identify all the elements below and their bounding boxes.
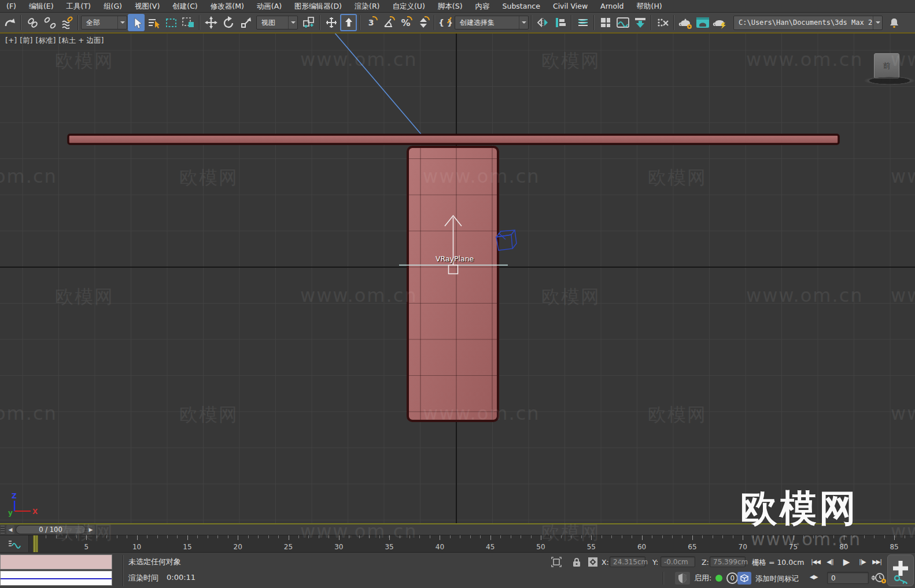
key-mode-toggle[interactable]: ◀▶: [810, 574, 817, 580]
menu-item-2[interactable]: 工具(T): [60, 0, 97, 13]
menu-item-7[interactable]: 动画(A): [250, 0, 288, 13]
menu-item-11[interactable]: 脚本(S): [431, 0, 469, 13]
selection-filter-dropdown[interactable]: 全部: [81, 16, 127, 29]
link-icon[interactable]: [24, 14, 40, 31]
current-frame-marker[interactable]: [33, 535, 38, 553]
redo-icon[interactable]: [1, 14, 18, 31]
absolute-mode-transform-toggle[interactable]: [586, 556, 600, 568]
time-configuration-button[interactable]: [875, 572, 887, 584]
menu-item-3[interactable]: 组(G): [97, 0, 128, 13]
listener-cursor-line: [1, 578, 112, 579]
toolbar-separator: [319, 15, 320, 30]
use-pivot-point-center-button[interactable]: [300, 14, 317, 31]
trackbar-tick: [298, 535, 299, 538]
menu-item-12[interactable]: 内容: [469, 0, 496, 13]
vertical-plane-object[interactable]: [408, 147, 498, 421]
viewport-menu-button[interactable]: [+]: [5, 36, 17, 46]
menu-item-0[interactable]: (F): [0, 0, 23, 13]
notification-bell-icon[interactable]: [886, 14, 902, 31]
previous-frame-arrow[interactable]: ◀: [6, 525, 14, 534]
menu-item-8[interactable]: 图形编辑器(D): [288, 0, 348, 13]
active-viewport-border: [0, 523, 915, 524]
shield-icon[interactable]: [675, 572, 690, 585]
select-and-manipulate-button[interactable]: [323, 14, 340, 31]
coord-y-field[interactable]: -0.0cm: [661, 556, 695, 567]
open-mini-curve-editor-button[interactable]: [0, 535, 29, 553]
previous-frame-button[interactable]: ◀||: [823, 555, 837, 568]
menu-item-13[interactable]: Substance: [496, 0, 547, 13]
track-bar[interactable]: 0510152025303540455055606570758085: [0, 535, 915, 552]
coord-x-field[interactable]: 24.315cm: [610, 556, 645, 567]
select-and-scale-button[interactable]: [237, 14, 254, 31]
menu-item-9[interactable]: 渲染(R): [348, 0, 386, 13]
window-crossing-toggle[interactable]: [180, 14, 197, 31]
keyboard-shortcut-override-toggle[interactable]: [340, 14, 357, 31]
menu-item-5[interactable]: 创建(C): [166, 0, 204, 13]
spinner-snap-toggle[interactable]: [415, 14, 431, 31]
mirror-button[interactable]: [534, 14, 551, 31]
trackbar-tick: [561, 535, 562, 538]
menu-item-10[interactable]: 自定义(U): [386, 0, 431, 13]
scene-explorer-button[interactable]: [597, 14, 614, 31]
menu-item-14[interactable]: Civil View: [547, 0, 594, 13]
viewcube[interactable]: 前: [864, 53, 915, 85]
viewport-standard-button[interactable]: [标准]: [36, 36, 56, 46]
select-and-move-button[interactable]: [202, 14, 219, 31]
rendered-frame-window-button[interactable]: [694, 14, 711, 31]
toolbar-separator: [651, 15, 652, 30]
menu-item-4[interactable]: 视图(V): [128, 0, 166, 13]
toolbar-grip-icon[interactable]: [1, 526, 5, 534]
maxscript-mini-listener[interactable]: [0, 571, 112, 586]
select-and-rotate-button[interactable]: [220, 14, 237, 31]
coord-z-field[interactable]: 75.399cm: [710, 556, 746, 567]
layer-explorer-button[interactable]: [574, 14, 591, 31]
play-button[interactable]: ▶: [837, 555, 855, 568]
time-slider-handle[interactable]: 0 / 100: [16, 525, 86, 534]
set-key-button[interactable]: [887, 554, 914, 586]
selection-lock-toggle[interactable]: [570, 556, 584, 568]
edit-named-selection-sets-button[interactable]: { }: [437, 14, 454, 31]
axis-tripod: Z X y: [8, 492, 38, 517]
select-object-button[interactable]: [128, 14, 145, 31]
zero-badge[interactable]: 0: [726, 572, 738, 584]
select-by-name-button[interactable]: [145, 14, 162, 31]
align-button[interactable]: [552, 14, 569, 31]
menu-item-6[interactable]: 修改器(M): [204, 0, 250, 13]
viewport-view-button[interactable]: [前]: [20, 36, 32, 46]
front-viewport[interactable]: Z X y: [0, 34, 915, 523]
next-frame-button[interactable]: ||▶: [855, 555, 869, 568]
render-production-button[interactable]: [711, 14, 728, 31]
isolate-selection-toggle[interactable]: [549, 556, 563, 568]
menu-item-16[interactable]: 帮助(H): [630, 0, 669, 13]
angle-snap-toggle[interactable]: [380, 14, 397, 31]
percent-snap-toggle[interactable]: %: [397, 14, 414, 31]
current-frame-field[interactable]: 0: [827, 572, 869, 584]
snaps-toggle-3d[interactable]: 3: [363, 14, 379, 31]
macro-recorder-field[interactable]: [0, 554, 112, 569]
reference-coordinate-dropdown[interactable]: 视图: [256, 16, 298, 29]
viewcube-front-face[interactable]: 前: [874, 53, 899, 79]
viewport-shading-button[interactable]: [粘土 + 边面]: [58, 36, 104, 46]
bind-to-space-warp-icon[interactable]: [58, 14, 75, 31]
menu-item-1[interactable]: 编辑(E): [23, 0, 60, 13]
next-frame-arrow[interactable]: ▶: [87, 525, 95, 534]
rectangular-selection-region-button[interactable]: [163, 14, 179, 31]
trackbar-tick: [702, 535, 703, 538]
viewport-canvas[interactable]: Z X y: [0, 34, 915, 523]
menu-item-15[interactable]: Arnold: [594, 0, 630, 13]
trackbar-frame-label: 15: [183, 543, 191, 551]
trackbar-tick: [76, 535, 77, 538]
render-setup-button[interactable]: [677, 14, 693, 31]
unlink-icon[interactable]: [41, 14, 58, 31]
named-selection-sets-dropdown[interactable]: 创建选择集: [455, 16, 529, 29]
time-tag-cube-button[interactable]: [737, 572, 751, 585]
go-to-start-button[interactable]: |◀◀: [809, 555, 822, 568]
selection-status-text: 未选定任何对象: [128, 557, 181, 567]
curve-editor-button[interactable]: [614, 14, 631, 31]
horizontal-slab-object[interactable]: [68, 135, 839, 144]
schematic-view-button[interactable]: [632, 14, 648, 31]
add-time-tag-label[interactable]: 添加时间标记: [755, 574, 799, 584]
project-folder-field[interactable]: C:\Users\Han\Documents\3ds Max 2022: [733, 16, 883, 30]
massfx-toolbar-button[interactable]: [654, 14, 671, 31]
go-to-end-button[interactable]: ▶▶|: [870, 555, 884, 568]
